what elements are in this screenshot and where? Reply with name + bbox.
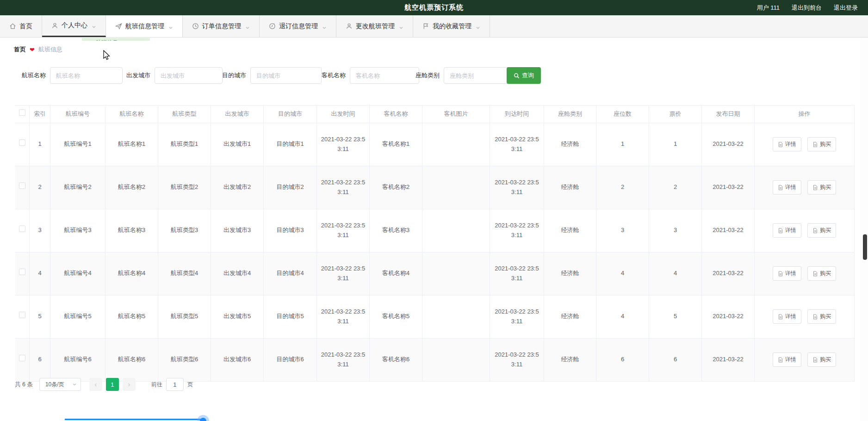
page-size-select[interactable]: 10条/页: [39, 378, 81, 391]
cell-flight-type: 航班类型1: [158, 123, 211, 166]
main-nav: 首页 个人中心 航班信息管理 订单信息管理 退订信息管理 更改航班管理 我的收藏…: [0, 15, 868, 38]
cell-flight-no: 航班编号1: [50, 123, 105, 166]
cell-publish-date: 2021-03-22: [702, 166, 755, 209]
prev-page-button[interactable]: ‹: [89, 378, 102, 391]
buy-button[interactable]: 购买: [807, 266, 836, 281]
cell-seats: 1: [596, 123, 649, 166]
progress-handle[interactable]: [197, 415, 209, 421]
cell-depart-time: 2021-03-22 23:53:11: [317, 209, 370, 252]
buy-button[interactable]: 购买: [807, 352, 836, 367]
cell-flight-name: 航班名称6: [105, 338, 158, 381]
nav-tab-home[interactable]: 首页: [0, 15, 42, 37]
dest-city-input[interactable]: [250, 67, 322, 84]
cell-depart-city: 出发城市3: [211, 209, 264, 252]
nav-tab-flight-info[interactable]: 航班信息管理: [106, 15, 183, 37]
row-checkbox[interactable]: [19, 226, 25, 232]
flag-icon: [422, 23, 429, 30]
next-page-button[interactable]: ›: [123, 378, 136, 391]
query-button-label: 查询: [522, 71, 534, 80]
scrollbar-thumb[interactable]: [863, 234, 867, 260]
document-icon: [778, 185, 783, 190]
goto-page-input[interactable]: [166, 378, 184, 391]
row-checkbox[interactable]: [19, 355, 25, 361]
breadcrumb-home[interactable]: 首页: [14, 45, 26, 54]
filter-label: 目的城市: [222, 71, 246, 80]
cell-arrive-time: 2021-03-22 23:53:11: [490, 123, 544, 166]
detail-button[interactable]: 详情: [773, 352, 801, 367]
col-price: 票价: [649, 106, 702, 123]
goto-page: 前往 页: [151, 378, 193, 391]
cell-index: 4: [30, 252, 50, 295]
flight-name-input[interactable]: [50, 67, 123, 84]
document-icon: [778, 357, 783, 363]
detail-button[interactable]: 详情: [773, 266, 801, 281]
heart-icon: ❤: [30, 46, 35, 53]
cell-depart-time: 2021-03-22 23:53:11: [317, 252, 370, 295]
col-flight-no: 航班编号: [50, 106, 105, 123]
nav-tab-order-info[interactable]: 订单信息管理: [183, 15, 260, 37]
cabin-type-input[interactable]: [444, 67, 514, 84]
depart-city-input[interactable]: [155, 67, 223, 84]
nav-tab-refund-info[interactable]: 退订信息管理: [260, 15, 336, 37]
exit-to-front-link[interactable]: 退出到前台: [792, 4, 822, 12]
bottom-progress-bar[interactable]: [65, 419, 204, 420]
cell-plane-name: 客机名称1: [370, 123, 422, 166]
buy-button[interactable]: 购买: [807, 137, 836, 151]
cell-cabin: 经济舱: [544, 252, 596, 295]
cell-cabin: 经济舱: [544, 209, 596, 252]
nav-tab-label: 订单信息管理: [202, 22, 241, 31]
detail-button[interactable]: 详情: [773, 223, 801, 238]
table-row: 5 航班编号5 航班名称5 航班类型5 出发城市5 目的城市5 2021-03-…: [15, 295, 855, 338]
nav-tab-label: 退订信息管理: [279, 22, 318, 31]
row-checkbox[interactable]: [19, 139, 25, 146]
cell-plane-image: [422, 338, 490, 381]
filter-dest-city: 目的城市: [222, 67, 322, 84]
cell-plane-image: [422, 166, 490, 209]
table-header-row: 索引 航班编号 航班名称 航班类型 出发城市 目的城市 出发时间 客机名称 客机…: [15, 106, 855, 123]
cell-plane-image: [422, 295, 490, 338]
col-arrive-time: 到达时间: [490, 106, 544, 123]
logout-link[interactable]: 退出登录: [834, 4, 858, 12]
cell-depart-city: 出发城市1: [211, 123, 264, 166]
cell-flight-no: 航班编号3: [50, 209, 105, 252]
cell-publish-date: 2021-03-22: [702, 123, 755, 166]
history-icon: [269, 23, 276, 30]
col-cabin: 座舱类别: [544, 106, 596, 123]
col-dest-city: 目的城市: [264, 106, 317, 123]
detail-button[interactable]: 详情: [773, 309, 801, 324]
col-seats: 座位数: [596, 106, 649, 123]
detail-button[interactable]: 详情: [773, 180, 801, 195]
document-icon: [812, 357, 818, 363]
select-all-checkbox[interactable]: [19, 109, 25, 116]
cell-flight-no: 航班编号5: [50, 295, 105, 338]
col-publish-date: 发布日期: [702, 106, 755, 123]
header-actions: 用户 111 退出到前台 退出登录: [757, 4, 858, 12]
nav-tab-favorites[interactable]: 我的收藏管理: [413, 15, 490, 37]
nav-tab-change-flight[interactable]: 更改航班管理: [336, 15, 413, 37]
detail-button[interactable]: 详情: [773, 137, 801, 151]
cell-index: 6: [30, 338, 50, 381]
scrollbar-track[interactable]: [861, 38, 868, 421]
nav-tab-label: 首页: [19, 22, 32, 31]
chevron-down-icon: [245, 24, 250, 29]
buy-button[interactable]: 购买: [807, 180, 836, 195]
nav-tab-personal-center[interactable]: 个人中心: [42, 15, 106, 37]
cell-dest-city: 目的城市3: [264, 209, 317, 252]
cell-flight-type: 航班类型2: [158, 166, 211, 209]
row-checkbox[interactable]: [19, 182, 25, 189]
app-header: 航空机票预订系统 用户 111 退出到前台 退出登录: [0, 0, 868, 15]
buy-button[interactable]: 购买: [807, 223, 836, 238]
page-number-button[interactable]: 1: [106, 378, 119, 391]
cell-depart-time: 2021-03-22 23:53:11: [317, 166, 370, 209]
person-icon: [346, 23, 353, 30]
cell-price: 2: [649, 166, 702, 209]
cell-price: 3: [649, 209, 702, 252]
cell-flight-no: 航班编号6: [50, 338, 105, 381]
query-button[interactable]: 查询: [507, 67, 541, 84]
row-checkbox[interactable]: [19, 312, 25, 318]
row-checkbox[interactable]: [19, 269, 25, 275]
buy-button[interactable]: 购买: [807, 309, 836, 324]
pagination: 共 6 条 10条/页 ‹ 1 › 前往 页: [15, 378, 193, 391]
plane-name-input[interactable]: [350, 67, 419, 84]
col-plane-image: 客机图片: [422, 106, 490, 123]
